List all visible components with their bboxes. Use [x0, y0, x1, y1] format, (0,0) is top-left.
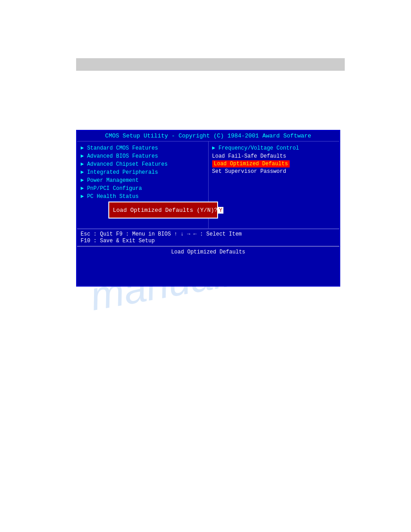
- page-background: manualib CMOS Setup Utility - Copyright …: [0, 0, 411, 532]
- menu-item-label: Power Management: [87, 177, 138, 184]
- menu-item-label: Advanced BIOS Features: [87, 153, 158, 159]
- bios-description-text: Load Optimized Defaults: [171, 249, 245, 255]
- menu-item-standard-cmos[interactable]: ► Standard CMOS Features: [81, 144, 205, 152]
- popup-text: Load Optimized Defaults (Y/N)?: [113, 207, 218, 214]
- bios-title: CMOS Setup Utility - Copyright (C) 1984-…: [77, 131, 339, 142]
- arrow-icon: ►: [81, 177, 87, 184]
- arrow-icon: ►: [81, 193, 87, 200]
- menu-item-label: Advanced Chipset Features: [87, 161, 167, 167]
- arrow-icon: ►: [81, 145, 87, 151]
- bios-popup-dialog[interactable]: Load Optimized Defaults (Y/N)? Y: [108, 202, 218, 219]
- popup-cursor: Y: [218, 207, 223, 214]
- arrow-icon: ►: [81, 153, 87, 159]
- menu-item-label: PC Health Status: [87, 193, 138, 200]
- right-item-freq-voltage[interactable]: ► Frequency/Voltage Control: [212, 144, 336, 152]
- right-item-load-optimized[interactable]: Load Optimized Defaults: [212, 160, 290, 167]
- bios-description-bar: Load Optimized Defaults: [77, 246, 339, 257]
- menu-item-integrated-peripherals[interactable]: ► Integrated Peripherals: [81, 168, 205, 176]
- bios-screen: CMOS Setup Utility - Copyright (C) 1984-…: [76, 130, 340, 287]
- menu-item-label: Integrated Peripherals: [87, 169, 158, 176]
- menu-item-pc-health[interactable]: ► PC Health Status: [81, 193, 205, 201]
- right-item-load-failsafe[interactable]: Load Fail-Safe Defaults: [212, 152, 336, 160]
- arrow-icon: ►: [81, 185, 87, 192]
- menu-item-label: PnP/PCI Configura: [87, 185, 141, 192]
- bios-footer-area: Esc : Quit F9 : Menu in BIOS ↑ ↓ → ← : S…: [77, 229, 339, 246]
- menu-item-pnp-pci[interactable]: ► PnP/PCI Configura: [81, 184, 205, 193]
- menu-item-advanced-bios[interactable]: ► Advanced BIOS Features: [81, 152, 205, 160]
- arrow-icon: ►: [81, 169, 87, 176]
- top-bar: [76, 58, 345, 71]
- menu-item-advanced-chipset[interactable]: ► Advanced Chipset Features: [81, 160, 205, 168]
- menu-item-power-management[interactable]: ► Power Management: [81, 176, 205, 184]
- bios-right-menu: ► Frequency/Voltage Control Load Fail-Sa…: [209, 142, 340, 228]
- arrow-icon: ►: [81, 161, 87, 167]
- bios-footer-line1: Esc : Quit F9 : Menu in BIOS ↑ ↓ → ← : S…: [81, 231, 336, 237]
- menu-item-label: Standard CMOS Features: [87, 145, 158, 151]
- right-item-supervisor-password[interactable]: Set Supervisor Password: [212, 167, 336, 176]
- bios-footer-line2: F10 : Save & Exit Setup: [81, 238, 336, 244]
